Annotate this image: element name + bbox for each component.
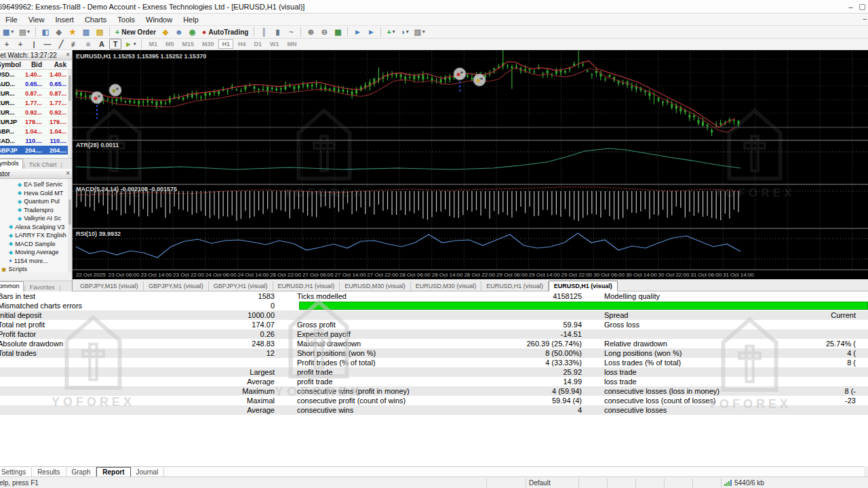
- tab-common[interactable]: Common: [0, 281, 24, 291]
- timeframe-m5[interactable]: M5: [162, 39, 178, 49]
- navigator-item[interactable]: ◆LARRY FX English: [0, 231, 72, 240]
- chart-tab[interactable]: GBPJPY,H1 (visual): [209, 281, 273, 291]
- tile-windows-icon[interactable]: ▦: [332, 26, 344, 37]
- navigator-item[interactable]: ◆Quantum Pul: [0, 197, 72, 206]
- metaeditor-icon[interactable]: ☻: [173, 26, 185, 37]
- minimize-button[interactable]: –: [845, 0, 856, 13]
- timeframe-m1[interactable]: M1: [145, 39, 161, 49]
- period-dropdown[interactable]: ◑▾: [398, 26, 410, 37]
- arrows-tool-dropdown[interactable]: ►▾: [123, 39, 138, 49]
- navigator-item[interactable]: ●1154 more...: [0, 257, 72, 266]
- navigator-item[interactable]: ◆Moving Average: [0, 248, 72, 257]
- tester-tab-settings[interactable]: Settings: [0, 468, 32, 476]
- tester-tab-graph[interactable]: Graph: [66, 468, 97, 476]
- tester-tab-results[interactable]: Results: [32, 468, 66, 476]
- report-cell: Short positions (won %): [297, 349, 500, 357]
- menu-tools[interactable]: Tools: [112, 14, 140, 25]
- auto-scroll-icon[interactable]: ◈: [53, 26, 65, 37]
- timeframe-h4[interactable]: H4: [235, 39, 250, 49]
- market-watch-row[interactable]: AUD...0.65...0.65...: [0, 79, 72, 89]
- timeframe-d1[interactable]: D1: [251, 39, 266, 49]
- timeframe-w1[interactable]: W1: [267, 39, 283, 49]
- market-watch-row[interactable]: GBP...1.04...1.04...: [0, 127, 72, 136]
- label-tool-icon[interactable]: T: [109, 39, 121, 49]
- favorites-icon[interactable]: ★: [66, 26, 79, 37]
- fibonacci-tool-icon[interactable]: ≢: [68, 39, 81, 49]
- add-object-dropdown[interactable]: +▾: [384, 26, 397, 37]
- tab-tick-chart[interactable]: Tick Chart: [26, 161, 60, 169]
- navigator-item[interactable]: ◆MACD Sample: [0, 240, 72, 249]
- status-profile[interactable]: Default: [526, 479, 579, 487]
- column-bid[interactable]: Bid: [18, 61, 42, 68]
- tester-tab-journal[interactable]: Journal: [131, 468, 165, 476]
- template-dropdown[interactable]: ▧▾: [412, 26, 427, 37]
- chart-tab[interactable]: GBPJPY,M1 (visual): [144, 281, 209, 291]
- menu-file[interactable]: File: [0, 14, 23, 25]
- chart-tab[interactable]: EURUSD,M30 (visual): [411, 281, 482, 291]
- new-chart-dropdown[interactable]: ▦▾: [1, 26, 16, 37]
- channels-tool-icon[interactable]: ≡: [82, 39, 94, 49]
- candlestick-chart-icon[interactable]: ▮: [271, 26, 283, 37]
- cursor-tool-icon[interactable]: +: [1, 39, 13, 49]
- navigator-item[interactable]: ◆Valkyrie AI Sc: [0, 214, 72, 223]
- timeframe-h1[interactable]: H1: [218, 39, 233, 49]
- market-watch-row[interactable]: EURJPY179....179....: [0, 117, 72, 127]
- navigator-item[interactable]: ▣Scripts: [0, 265, 72, 272]
- chart-area[interactable]: YOFOREXYOFOREXYOFOREX22 Oct 202523 Oct 0…: [73, 50, 868, 279]
- market-watch-row[interactable]: USD...1.40...1.40...: [0, 70, 72, 79]
- tester-tab-report[interactable]: Report: [96, 467, 130, 477]
- horizontal-line-tool-icon[interactable]: —: [41, 39, 54, 49]
- market-watch-icon[interactable]: ▤: [94, 26, 106, 37]
- navigator-item[interactable]: ◆Heva Gold MT: [0, 189, 72, 198]
- chart-tab[interactable]: EURUSD,H1 (visual): [273, 281, 340, 291]
- line-chart-icon[interactable]: ~: [285, 26, 297, 37]
- tab-symbols[interactable]: Symbols: [0, 159, 23, 169]
- chart-shift-icon[interactable]: ◧: [39, 26, 52, 37]
- navigator-item[interactable]: ◆Traderspro: [0, 206, 72, 215]
- options-icon[interactable]: ◉: [186, 26, 199, 37]
- chart-tab[interactable]: GBPJPY,M15 (visual): [75, 281, 144, 291]
- menu-charts[interactable]: Charts: [79, 14, 112, 25]
- menu-help[interactable]: Help: [178, 14, 204, 25]
- bar-chart-icon[interactable]: ║: [258, 26, 270, 37]
- market-watch-row[interactable]: CAD...110....110....: [0, 136, 72, 146]
- zoom-in-icon[interactable]: ⊕: [304, 26, 317, 37]
- zoom-out-icon[interactable]: ⊖: [318, 26, 330, 37]
- crosshair-tool-icon[interactable]: +: [14, 39, 26, 49]
- navigator-item[interactable]: ◆EA Self Servic: [0, 180, 72, 189]
- menu-view[interactable]: View: [23, 14, 50, 25]
- market-watch-row[interactable]: USD...1.14...1.15...: [0, 155, 72, 158]
- timeframe-mn[interactable]: MN: [284, 39, 300, 49]
- navigator-close-icon[interactable]: ×: [66, 169, 70, 177]
- timeframe-m15[interactable]: M15: [178, 39, 197, 49]
- menu-window[interactable]: Window: [140, 14, 178, 25]
- tab-favorites[interactable]: Favorites: [26, 283, 58, 291]
- market-watch-row[interactable]: GBPJPY204....204....: [0, 146, 72, 155]
- market-watch-scrollbar[interactable]: [68, 70, 72, 158]
- autotrading-button[interactable]: ●AutoTrading: [200, 26, 251, 37]
- tester-report-icon[interactable]: ►: [365, 26, 377, 37]
- maximize-button[interactable]: ▢: [856, 0, 868, 13]
- new-order-button[interactable]: +New Order: [113, 26, 158, 37]
- column-symbol[interactable]: Symbol: [0, 61, 18, 68]
- vertical-line-tool-icon[interactable]: |: [28, 39, 40, 49]
- text-tool-icon[interactable]: A: [96, 39, 108, 49]
- market-watch-row[interactable]: EUR...1.77...1.77...: [0, 98, 72, 108]
- timeframe-m30[interactable]: M30: [199, 39, 218, 49]
- chart-tab[interactable]: EURUSD,M30 (visual): [340, 281, 411, 291]
- data-window-icon[interactable]: ▥: [80, 26, 92, 37]
- profiles-dropdown[interactable]: ▤▾: [17, 26, 32, 37]
- market-watch-row[interactable]: EUR...0.87...0.87...: [0, 89, 72, 98]
- navigator-scrollbar[interactable]: [68, 179, 72, 272]
- chart-tab[interactable]: EURUSD,H1 (visual): [481, 281, 549, 291]
- market-watch-close-icon[interactable]: ×: [66, 51, 70, 58]
- chart-tab[interactable]: EURUSD,H1 (visual): [549, 281, 618, 291]
- child-minimize-icon[interactable]: –: [863, 15, 867, 22]
- column-ask[interactable]: Ask: [42, 61, 66, 68]
- market-watch-row[interactable]: EUR...0.92...0.92...: [0, 108, 72, 117]
- tester-chart-icon[interactable]: ►: [351, 26, 363, 37]
- navigator-item[interactable]: ◆Alexa Scalping V3: [0, 223, 72, 232]
- trendline-tool-icon[interactable]: ╱: [55, 39, 67, 49]
- menu-insert[interactable]: Insert: [50, 14, 79, 25]
- indicators-icon[interactable]: ◆: [159, 26, 172, 37]
